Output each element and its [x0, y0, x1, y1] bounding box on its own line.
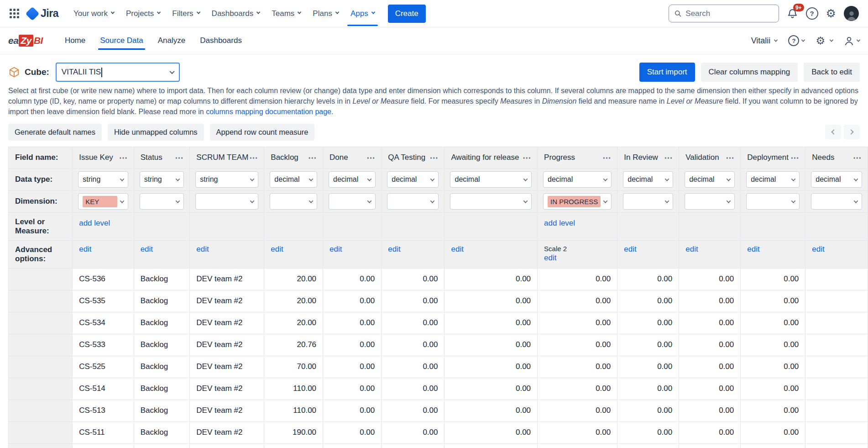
- clear-columns-mapping-button[interactable]: Clear columns mapping: [701, 63, 798, 82]
- data-type-select-scrum-team[interactable]: string: [195, 171, 258, 188]
- data-type-select-deployment[interactable]: decimal: [746, 171, 800, 188]
- dimension-select-validation[interactable]: [685, 193, 735, 210]
- user-avatar[interactable]: [844, 6, 859, 21]
- edit-link-in-review[interactable]: edit: [624, 245, 636, 253]
- column-menu-icon[interactable]: ⋯: [522, 153, 533, 163]
- cell: 0.00: [741, 443, 805, 448]
- cube-name-input[interactable]: VITALII TIS: [56, 63, 180, 82]
- tab-analyze[interactable]: Analyze: [151, 27, 193, 54]
- eazybi-logo[interactable]: eaZyBI: [8, 35, 43, 47]
- chevron-down-icon: [250, 199, 255, 203]
- column-menu-icon[interactable]: ⋯: [307, 153, 318, 163]
- jira-nav-apps[interactable]: Apps: [345, 5, 381, 23]
- column-menu-icon[interactable]: ⋯: [725, 153, 736, 163]
- dimension-select-issue-key[interactable]: KEY: [78, 193, 128, 210]
- chevron-down-icon: [309, 199, 314, 203]
- dimension-select-needs[interactable]: [811, 193, 862, 210]
- pager-prev-button[interactable]: [825, 125, 841, 139]
- column-menu-icon[interactable]: ⋯: [601, 153, 612, 163]
- column-menu-icon[interactable]: ⋯: [366, 153, 376, 163]
- edit-link-status[interactable]: edit: [141, 245, 153, 253]
- table-toolbar: Generate default namesHide unmapped colu…: [8, 124, 860, 141]
- tab-source-data[interactable]: Source Data: [93, 27, 151, 54]
- chevron-down-icon: [727, 199, 731, 203]
- edit-link-needs[interactable]: edit: [812, 245, 824, 253]
- jira-nav-projects[interactable]: Projects: [120, 5, 166, 23]
- documentation-link[interactable]: columns mapping documentation page: [206, 108, 331, 116]
- settings-gear-icon[interactable]: ⚙: [826, 8, 836, 19]
- dimension-select-done[interactable]: [329, 193, 376, 210]
- data-type-select-done[interactable]: decimal: [329, 171, 376, 188]
- help-icon[interactable]: ?: [806, 7, 818, 20]
- pager-next-button[interactable]: [844, 125, 860, 139]
- dimension-select-deployment[interactable]: [746, 193, 800, 210]
- eazybi-settings-menu[interactable]: ⚙: [816, 36, 833, 46]
- start-import-button[interactable]: Start import: [639, 63, 695, 82]
- column-menu-icon[interactable]: ⋯: [118, 153, 129, 163]
- column-menu-icon[interactable]: ⋯: [663, 153, 674, 163]
- edit-link-validation[interactable]: edit: [685, 245, 698, 253]
- select-value: decimal: [816, 175, 854, 184]
- column-header-status: Status⋯: [134, 147, 190, 169]
- data-type-select-backlog[interactable]: decimal: [270, 171, 317, 188]
- data-type-select-qa-testing[interactable]: decimal: [387, 171, 439, 188]
- search-box[interactable]: [669, 5, 779, 22]
- data-type-select-status[interactable]: string: [140, 171, 184, 188]
- data-type-select-progress[interactable]: decimal: [543, 171, 612, 188]
- hide-unmapped-columns-button[interactable]: Hide unmapped columns: [108, 124, 204, 141]
- user-menu[interactable]: Vitalii: [751, 36, 778, 46]
- column-menu-icon[interactable]: ⋯: [790, 153, 800, 163]
- edit-link-deployment[interactable]: edit: [747, 245, 759, 253]
- jira-logo-icon: [25, 6, 39, 21]
- cell: Backlog: [134, 443, 190, 448]
- add-level-link-progress[interactable]: add level: [544, 219, 575, 227]
- create-button[interactable]: Create: [388, 5, 426, 23]
- jira-nav-plans[interactable]: Plans: [307, 5, 345, 23]
- column-menu-icon[interactable]: ⋯: [174, 153, 185, 163]
- search-input[interactable]: [685, 9, 773, 18]
- data-type-select-in-review[interactable]: decimal: [623, 171, 673, 188]
- column-menu-icon[interactable]: ⋯: [248, 153, 259, 163]
- tab-dashboards[interactable]: Dashboards: [193, 27, 249, 54]
- dimension-select-status[interactable]: [140, 193, 184, 210]
- edit-link-awaiting-for-release[interactable]: edit: [451, 245, 463, 253]
- cell: 0.00: [323, 334, 382, 356]
- column-header-done: Done⋯: [323, 147, 382, 169]
- column-menu-icon[interactable]: ⋯: [429, 153, 439, 163]
- edit-link-backlog[interactable]: edit: [271, 245, 283, 253]
- select-value: string: [144, 175, 177, 184]
- data-type-select-needs[interactable]: decimal: [811, 171, 862, 188]
- eazybi-account-menu[interactable]: [844, 36, 860, 46]
- data-type-select-issue-key[interactable]: string: [78, 171, 128, 188]
- jira-logo[interactable]: Jira: [27, 7, 58, 20]
- dimension-select-scrum-team[interactable]: [195, 193, 258, 210]
- jira-nav-your-work[interactable]: Your work: [68, 5, 120, 23]
- dimension-select-qa-testing[interactable]: [387, 193, 439, 210]
- cell: 0.00: [617, 268, 679, 290]
- edit-link-scrum-team[interactable]: edit: [196, 245, 209, 253]
- dimension-value-tag: IN PROGRESS: [548, 196, 601, 207]
- app-switcher-icon[interactable]: [6, 6, 22, 21]
- dimension-select-progress[interactable]: IN PROGRESS: [543, 193, 612, 210]
- dimension-select-in-review[interactable]: [623, 193, 673, 210]
- tab-home[interactable]: Home: [58, 27, 93, 54]
- column-header-in-review: In Review⋯: [617, 147, 679, 169]
- jira-nav-teams[interactable]: Teams: [266, 5, 307, 23]
- edit-link-issue-key[interactable]: edit: [79, 245, 91, 253]
- column-menu-icon[interactable]: ⋯: [852, 153, 863, 163]
- jira-nav-filters[interactable]: Filters: [166, 5, 205, 23]
- notifications-bell-icon[interactable]: 9+: [787, 8, 798, 19]
- edit-link-qa-testing[interactable]: edit: [388, 245, 400, 253]
- jira-nav-dashboards[interactable]: Dashboards: [206, 5, 266, 23]
- dimension-select-backlog[interactable]: [270, 193, 317, 210]
- append-row-count-measure-button[interactable]: Append row count measure: [210, 124, 315, 141]
- eazybi-help-menu[interactable]: ?: [788, 35, 805, 46]
- add-level-link-issue-key[interactable]: add level: [79, 219, 110, 227]
- data-type-select-validation[interactable]: decimal: [685, 171, 735, 188]
- data-type-select-awaiting-for-release[interactable]: decimal: [450, 171, 532, 188]
- generate-default-names-button[interactable]: Generate default names: [8, 124, 102, 141]
- back-to-edit-button[interactable]: Back to edit: [804, 63, 860, 82]
- edit-link-done[interactable]: edit: [329, 245, 342, 253]
- dimension-select-awaiting-for-release[interactable]: [450, 193, 532, 210]
- edit-link-progress[interactable]: edit: [544, 253, 556, 262]
